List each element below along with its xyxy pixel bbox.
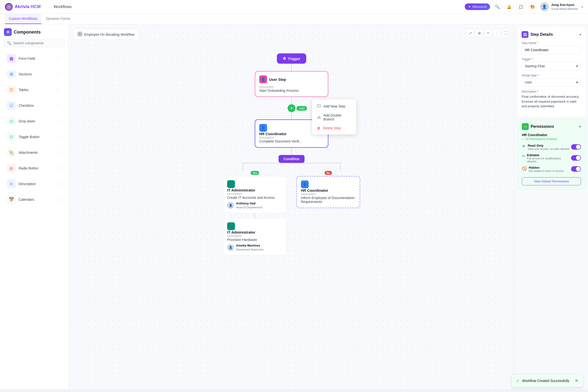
step-icon <box>317 104 321 108</box>
component-label: Tables <box>19 88 56 92</box>
component-calendars[interactable]: 📅 Calendars ⋮⋮ <box>4 192 65 207</box>
drag-handle[interactable]: ⋮⋮ <box>56 88 62 92</box>
hr-no-desc: Inform Employee of Documentation Require… <box>301 196 356 204</box>
tab-dynamic-forms[interactable]: Dynamic Forms <box>42 14 74 24</box>
sidebar: ⚙ Components 🔍 ▦ Form Field ⋮⋮ ⊞ Section… <box>0 24 69 389</box>
connector-4 <box>291 148 292 155</box>
branch-lines <box>243 163 341 171</box>
component-form-field[interactable]: ▦ Form Field ⋮⋮ <box>4 51 65 66</box>
user-step-node[interactable]: 👤 User Step Description Start Onboarding… <box>255 71 328 97</box>
perm-desc-hidden: Not visible to users or access <box>529 170 564 172</box>
assign-type-label: Assign type * <box>522 74 581 77</box>
center-button[interactable]: ⊕ <box>475 29 483 37</box>
view-global-permissions-button[interactable]: View Global Permissions <box>522 177 581 185</box>
chevron-down-icon: ▾ <box>576 64 578 68</box>
component-radio[interactable]: ◎ Radio Button ⋮⋮ <box>4 161 65 176</box>
perm-text-editable: Editable Full access for modifications a… <box>527 153 571 163</box>
component-toggle[interactable]: ⊙ Toggle Button ⋮⋮ <box>4 130 65 144</box>
avatar: 👤 <box>540 2 549 11</box>
component-label: Drop down <box>19 119 56 123</box>
drag-handle[interactable]: ⋮⋮ <box>56 151 62 154</box>
svg-rect-16 <box>523 35 525 36</box>
add-button-area: + Add <box>288 104 295 112</box>
trigger-select[interactable]: Starting Flow ▾ <box>522 62 581 70</box>
it-admin-yes-2-node[interactable]: 👤 IT Administrator Description Provision… <box>223 218 287 256</box>
search-box[interactable]: 🔍 <box>4 39 65 47</box>
assign-type-select[interactable]: User ▾ <box>522 78 581 86</box>
zoom-in-button[interactable]: + <box>484 29 492 37</box>
workflow-canvas[interactable]: Employee On Borading Workflow ⤢ ⊕ + | ⛶ … <box>69 24 514 389</box>
drag-handle[interactable]: ⋮⋮ <box>56 120 62 123</box>
search-icon: 🔍 <box>7 41 11 45</box>
calendar-button[interactable]: 📋 <box>516 2 525 11</box>
granted-text: 03 Permissions Granted <box>525 137 557 141</box>
svg-rect-3 <box>78 34 80 36</box>
permissions-chevron-icon[interactable]: ▾ <box>579 125 581 128</box>
component-sections[interactable]: ⊞ Sections ⋮⋮ <box>4 67 65 82</box>
trigger-node[interactable]: ⚙ Trigger <box>277 54 306 64</box>
user-profile[interactable]: 👤 Jung Soo-hyun Social Media Marketer ▾ <box>540 2 583 11</box>
permissions-title-text: Permissions <box>531 124 554 129</box>
component-checkbox[interactable]: ☑ Checkbox ⋮⋮ <box>4 98 65 113</box>
delete-step-item[interactable]: 🗑 Delete Step <box>314 124 354 132</box>
drag-handle[interactable]: ⋮⋮ <box>56 104 62 107</box>
it-admin-yes-node[interactable]: 👤 IT Administrator Description Create IT… <box>223 176 287 213</box>
anthony-name: Anthony Hall <box>236 202 262 206</box>
search-input[interactable] <box>13 41 61 45</box>
drag-handle[interactable]: ⋮⋮ <box>56 72 62 76</box>
user-info: Jung Soo-hyun Social Media Marketer <box>551 3 578 10</box>
settings-button[interactable]: 🎨 <box>528 2 537 11</box>
component-dropdown[interactable]: ◷ Drop down ⋮⋮ <box>4 114 65 128</box>
user-avatar-amelia: 👤 <box>227 244 234 251</box>
condition-node[interactable]: Condition <box>279 155 304 163</box>
add-label: Add <box>296 106 307 111</box>
it-admin-2-desc-label: Description <box>227 234 282 238</box>
component-attachments[interactable]: 📎 Attachments ⋮⋮ <box>4 145 65 160</box>
user-row-2: 👤 Amelia Martinez Department Supervisor <box>227 244 282 251</box>
hr-coordinator-no-node[interactable]: 👤 HR Coordinator Description Inform Empl… <box>296 176 360 208</box>
drag-handle[interactable]: ⋮⋮ <box>56 198 62 201</box>
toggle-editable[interactable] <box>571 155 581 160</box>
tab-custom-workflows[interactable]: Custom Workflows <box>5 14 41 24</box>
yes-label: Yes <box>251 171 259 175</box>
canvas-inner: Employee On Borading Workflow ⤢ ⊕ + | ⛶ … <box>69 24 514 269</box>
search-button[interactable]: 🔍 <box>493 2 502 11</box>
toggle-hidden[interactable] <box>571 166 581 172</box>
dhruva-ai-button[interactable]: ✦ Dhruva AI <box>465 4 490 10</box>
right-branch-line <box>292 163 341 171</box>
step-details-section: Step Details ▾ Step Name * Trigger * Sta… <box>518 27 585 116</box>
it-admin-desc: Create IT Accounts and Access <box>227 196 282 200</box>
fullscreen-button[interactable]: ⛶ <box>502 29 510 37</box>
drag-handle[interactable]: ⋮⋮ <box>56 182 62 186</box>
eye-icon: 👁 <box>522 144 526 148</box>
v-line-left <box>243 163 243 171</box>
add-button[interactable]: + Add <box>288 104 295 112</box>
chevron-up-icon[interactable]: ▾ <box>579 32 581 36</box>
notifications-button[interactable]: 🔔 <box>505 2 513 11</box>
component-description[interactable]: ≡ Description ⋮⋮ <box>4 176 65 191</box>
hr-no-icon: 👤 <box>301 180 309 188</box>
component-tables[interactable]: ☰ Tables ⋮⋮ <box>4 82 65 97</box>
toggle-readonly[interactable] <box>571 144 581 150</box>
step-name-label: Step Name * <box>522 42 581 45</box>
description-field: Description * Final confirmation of docu… <box>522 90 581 109</box>
drag-handle[interactable]: ⋮⋮ <box>56 57 62 60</box>
toast-close-button[interactable]: ✕ <box>575 378 578 384</box>
second-yes-branch: 👤 IT Administrator Description Provision… <box>223 213 287 256</box>
separator: | <box>493 29 501 37</box>
step-name-input[interactable] <box>522 46 581 54</box>
permission-user: HR Coordinator <box>522 133 581 137</box>
drag-handle[interactable]: ⋮⋮ <box>56 166 62 170</box>
add-double-branch-label: Add Double Branch <box>323 113 351 121</box>
branch-icon <box>317 115 321 120</box>
flow-wrapper: ⚙ Trigger 👤 User Step Description Start … <box>74 48 510 260</box>
drag-handle[interactable]: ⋮⋮ <box>56 135 62 138</box>
add-new-step-item[interactable]: Add New Step <box>314 101 354 111</box>
expand-button[interactable]: ⤢ <box>466 29 474 37</box>
component-label: Sections <box>19 72 56 76</box>
add-double-branch-item[interactable]: Add Double Branch <box>314 111 354 124</box>
step-details-title-text: Step Details <box>530 32 553 37</box>
perm-name-editable: Editable <box>527 153 571 157</box>
component-label: Checkbox <box>19 104 56 108</box>
description-label: Description * <box>522 90 581 93</box>
